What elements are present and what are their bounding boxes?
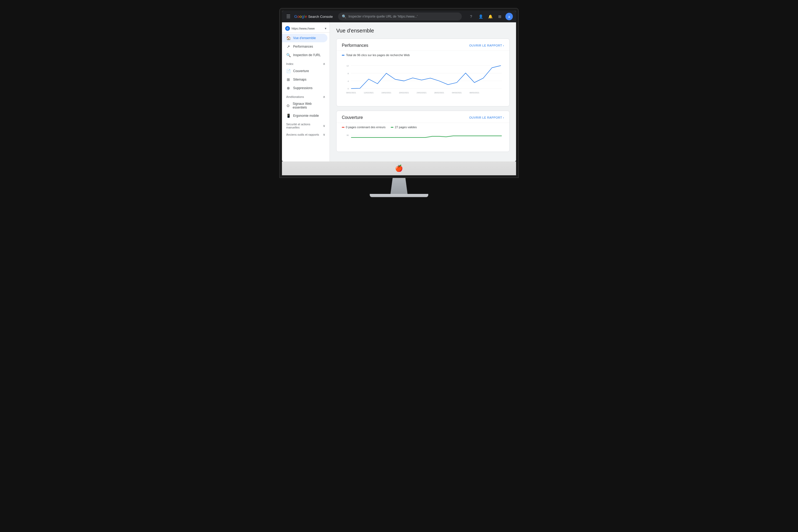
x-label-2: 16/02/2021 bbox=[381, 92, 391, 94]
section-anciens-chevron: ∨ bbox=[323, 133, 325, 136]
sidebar-label-couverture: Couverture bbox=[293, 69, 309, 73]
product-name: Search Console bbox=[308, 15, 333, 19]
y-label-8: 8 bbox=[348, 72, 349, 75]
y-label-4: 4 bbox=[348, 80, 349, 82]
search-input[interactable]: Inspecter n'importe quelle URL de 'https… bbox=[348, 15, 458, 18]
x-label-3: 20/02/2021 bbox=[399, 92, 409, 94]
apps-button[interactable]: ⊞ bbox=[496, 13, 504, 20]
couverture-card-title: Couverture bbox=[342, 115, 363, 120]
sidebar-label-url: Inspection de l'URL bbox=[293, 53, 321, 57]
section-index-label: Index bbox=[286, 62, 293, 65]
couverture-card: Couverture OUVRIR LE RAPPORT › 0 pages c… bbox=[336, 111, 510, 152]
sidebar-item-overview[interactable]: 🏠 Vue d'ensemble bbox=[282, 34, 327, 42]
couverture-chart-svg: 30 bbox=[342, 130, 504, 152]
outer-container: ☰ Google Search Console 🔍 Inspecter n'im… bbox=[279, 8, 519, 197]
sidebar: C https://www.//wwe ▾ 🏠 Vue d'ensemble ↗… bbox=[282, 22, 330, 162]
y-label-12: 12 bbox=[346, 65, 349, 67]
sidebar-label-suppressions: Suppressions bbox=[293, 86, 312, 90]
couverture-valid-dot bbox=[391, 127, 394, 128]
section-securite[interactable]: Sécurité et actions manuelles ∨ bbox=[282, 120, 329, 130]
main-content: Vue d'ensemble Performances OUVRIR LE RA… bbox=[330, 22, 516, 162]
section-anciens-label: Anciens outils et rapports bbox=[286, 133, 319, 136]
couverture-open-report-button[interactable]: OUVRIR LE RAPPORT › bbox=[469, 116, 504, 119]
y-label-0: 0 bbox=[348, 88, 349, 90]
brand-logo: Google Search Console bbox=[294, 14, 333, 19]
search-icon: 🔍 bbox=[342, 14, 346, 19]
sidebar-item-ergonomie[interactable]: 📱 Ergonomie mobile bbox=[282, 111, 327, 120]
google-wordmark: Google bbox=[294, 14, 307, 19]
trend-icon: ↗ bbox=[286, 44, 290, 49]
performances-legend-label: Total de 96 clics sur les pages de reche… bbox=[346, 54, 410, 57]
section-ameliorations-chevron: ∧ bbox=[323, 95, 325, 99]
screen-inner: ☰ Google Search Console 🔍 Inspecter n'im… bbox=[282, 11, 516, 162]
property-chevron-icon: ▾ bbox=[325, 26, 326, 30]
couverture-card-header: Couverture OUVRIR LE RAPPORT › bbox=[337, 111, 509, 123]
section-ameliorations[interactable]: Améliorations ∧ bbox=[282, 92, 329, 100]
couverture-legend: 0 pages contenant des erreurs 27 pages v… bbox=[337, 123, 509, 130]
performances-legend: Total de 96 clics sur les pages de reche… bbox=[337, 51, 509, 58]
help-button[interactable]: ? bbox=[467, 13, 475, 20]
suppressions-icon: ⊗ bbox=[286, 86, 290, 90]
x-label-0: 08/02/2021 bbox=[346, 92, 356, 94]
sidebar-item-suppressions[interactable]: ⊗ Suppressions bbox=[282, 84, 327, 92]
section-securite-label: Sécurité et actions manuelles bbox=[286, 122, 323, 129]
hamburger-icon[interactable]: ☰ bbox=[285, 14, 291, 19]
sidebar-item-couverture[interactable]: 📄 Couverture bbox=[282, 67, 327, 75]
ergonomie-icon: 📱 bbox=[286, 114, 290, 118]
couverture-icon: 📄 bbox=[286, 69, 290, 73]
performances-chart: 12 8 4 0 08/02/2021 12/02/2021 16/ bbox=[337, 58, 509, 106]
imac-stand-neck bbox=[388, 178, 410, 194]
x-label-6: 04/03/2021 bbox=[452, 92, 462, 94]
couverture-valid-legend: 27 pages valides bbox=[391, 126, 417, 129]
imac-screen: ☰ Google Search Console 🔍 Inspecter n'im… bbox=[279, 8, 519, 178]
main-layout: C https://www.//wwe ▾ 🏠 Vue d'ensemble ↗… bbox=[282, 22, 516, 162]
imac-stand-base bbox=[370, 194, 428, 197]
home-icon: 🏠 bbox=[286, 36, 290, 40]
performances-open-report-button[interactable]: OUVRIR LE RAPPORT › bbox=[469, 44, 504, 47]
sidebar-label-performances: Performances bbox=[293, 45, 313, 49]
x-label-7: 08/03/2021 bbox=[470, 92, 479, 94]
x-label-4: 24/02/2021 bbox=[417, 92, 426, 94]
apple-logo: 🍎 bbox=[282, 162, 516, 175]
avatar-button[interactable]: a bbox=[506, 13, 513, 20]
x-label-1: 12/02/2021 bbox=[364, 92, 374, 94]
performances-card-header: Performances OUVRIR LE RAPPORT › bbox=[337, 39, 509, 51]
topbar-actions: ? 👤 🔔 ⊞ a bbox=[467, 13, 513, 20]
couverture-error-dot bbox=[342, 127, 344, 128]
section-ameliorations-label: Améliorations bbox=[286, 95, 304, 98]
chart-line bbox=[351, 66, 501, 89]
sidebar-item-performances[interactable]: ↗ Performances bbox=[282, 42, 327, 51]
section-securite-chevron: ∨ bbox=[323, 124, 325, 128]
couverture-green-line bbox=[351, 136, 502, 137]
section-anciens[interactable]: Anciens outils et rapports ∨ bbox=[282, 130, 329, 137]
inspect-icon: 🔍 bbox=[286, 53, 290, 57]
property-icon: C bbox=[285, 26, 290, 31]
search-bar[interactable]: 🔍 Inspecter n'importe quelle URL de 'htt… bbox=[338, 13, 462, 20]
signaux-icon: ⊙ bbox=[286, 103, 290, 108]
topbar: ☰ Google Search Console 🔍 Inspecter n'im… bbox=[282, 11, 516, 22]
couverture-error-label: 0 pages contenant des erreurs bbox=[346, 126, 385, 129]
couverture-valid-label: 27 pages valides bbox=[395, 126, 417, 129]
couverture-error-legend: 0 pages contenant des erreurs bbox=[342, 126, 385, 129]
couverture-chart: 30 bbox=[337, 130, 509, 152]
performances-chart-svg: 12 8 4 0 08/02/2021 12/02/2021 16/ bbox=[342, 58, 504, 101]
sitemaps-icon: ⊞ bbox=[286, 77, 290, 82]
performances-card: Performances OUVRIR LE RAPPORT › Total d… bbox=[336, 39, 510, 107]
section-index[interactable]: Index ∧ bbox=[282, 59, 329, 67]
section-index-chevron: ∧ bbox=[323, 62, 325, 66]
performances-legend-dot bbox=[342, 55, 344, 56]
sidebar-label-ergonomie: Ergonomie mobile bbox=[293, 114, 319, 118]
property-url: https://www.//wwe bbox=[291, 27, 323, 30]
y-cov-label-30: 30 bbox=[346, 134, 349, 136]
property-selector[interactable]: C https://www.//wwe ▾ bbox=[282, 24, 329, 33]
users-icon-button[interactable]: 👤 bbox=[477, 13, 484, 20]
sidebar-item-sitemaps[interactable]: ⊞ Sitemaps bbox=[282, 75, 327, 84]
sidebar-item-url-inspection[interactable]: 🔍 Inspection de l'URL bbox=[282, 51, 327, 59]
page-title: Vue d'ensemble bbox=[336, 28, 510, 34]
sidebar-item-signaux[interactable]: ⊙ Signaux Web essentiels bbox=[282, 100, 327, 111]
sidebar-label-signaux: Signaux Web essentiels bbox=[292, 102, 323, 109]
sidebar-label-sitemaps: Sitemaps bbox=[293, 78, 306, 81]
x-label-5: 28/02/2021 bbox=[434, 92, 444, 94]
notifications-button[interactable]: 🔔 bbox=[486, 13, 494, 20]
performances-card-title: Performances bbox=[342, 43, 368, 48]
